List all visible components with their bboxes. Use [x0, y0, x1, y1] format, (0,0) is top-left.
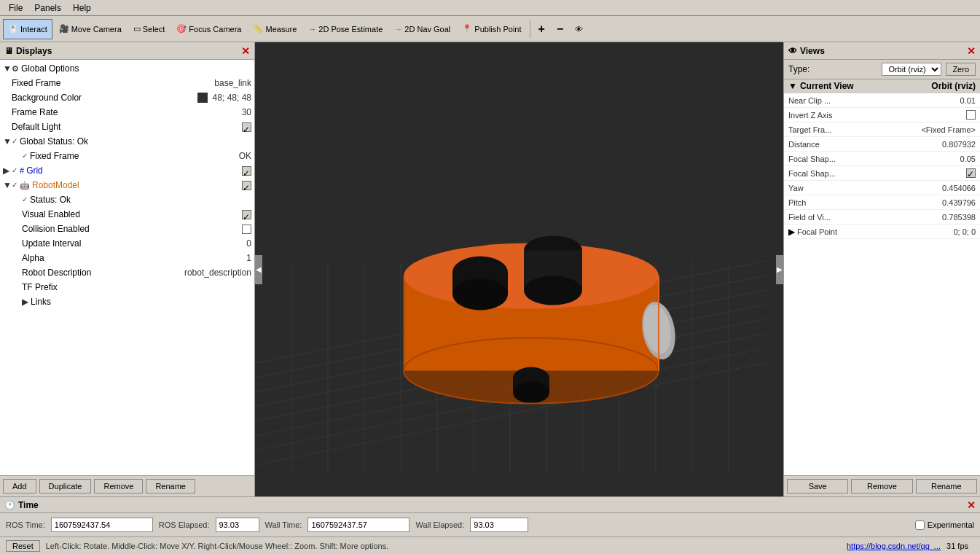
frame-rate-row[interactable]: Frame Rate 30 [1, 105, 253, 120]
pose-estimate-button[interactable]: → 2D Pose Estimate [303, 19, 388, 39]
views-rename-button[interactable]: Rename [916, 479, 977, 493]
publish-point-button[interactable]: 📍 Publish Point [457, 19, 526, 39]
pitch-row[interactable]: Pitch 0.439796 [784, 195, 980, 210]
global-options-row[interactable]: ▼ ⚙ Global Options [1, 61, 253, 76]
focal-point-row[interactable]: ▶ Focal Point 0; 0; 0 [784, 225, 980, 239]
yaw-row[interactable]: Yaw 0.454066 [784, 181, 980, 195]
ros-time-input[interactable] [51, 518, 153, 532]
update-interval-row[interactable]: Update Interval 0 [1, 236, 253, 251]
bg-color-row[interactable]: Background Color 48; 48; 48 [1, 90, 253, 105]
robot-description-row[interactable]: Robot Description robot_description [1, 265, 253, 280]
robot-model-visible-checkbox[interactable]: ✓ [242, 181, 251, 190]
grid-expand[interactable]: ▶ [3, 164, 12, 177]
displays-tree-view[interactable]: ▼ ⚙ Global Options Fixed Frame base_link… [0, 60, 254, 475]
fixed-frame-row[interactable]: Fixed Frame base_link [1, 76, 253, 90]
wall-time-input[interactable] [307, 518, 409, 532]
visual-enabled-row[interactable]: Visual Enabled ✓ [1, 207, 253, 222]
displays-panel-buttons: Add Duplicate Remove Rename [0, 475, 254, 496]
right-collapse-handle[interactable]: ▶ [776, 255, 783, 284]
grid-label: Grid [26, 164, 242, 177]
experimental-checkbox[interactable] [915, 520, 925, 530]
nav-goal-icon: → [394, 25, 402, 34]
global-status-expand[interactable]: ▼ [3, 135, 12, 148]
alpha-row[interactable]: Alpha 1 [1, 251, 253, 265]
focal-shape1-row[interactable]: Focal Shap... 0.05 [784, 152, 980, 166]
left-collapse-handle[interactable]: ◀ [255, 255, 262, 284]
grid-icon: # [20, 164, 24, 177]
grid-row[interactable]: ▶ ✓ # Grid ✓ [1, 163, 253, 178]
fixed-frame-label: Fixed Frame [12, 77, 211, 90]
views-remove-button[interactable]: Remove [851, 479, 912, 493]
default-light-row[interactable]: Default Light ✓ [1, 120, 253, 134]
collision-enabled-row[interactable]: Collision Enabled [1, 222, 253, 236]
focal-point-expand[interactable]: ▶ [788, 227, 797, 237]
main-content: 🖥 Displays ✕ ▼ ⚙ Global Options Fixed Fr… [0, 42, 980, 496]
current-view-header[interactable]: ▼ Current View Orbit (rviz) [784, 79, 980, 93]
measure-button[interactable]: 📏 Measure [248, 19, 302, 39]
rename-button[interactable]: Rename [146, 479, 195, 493]
eye-button[interactable]: 👁 [570, 19, 588, 39]
robot-model-check[interactable]: ✓ [12, 179, 17, 192]
yaw-value: 0.454066 [942, 184, 976, 192]
robot-status-row[interactable]: ✓ Status: Ok [1, 192, 253, 207]
invert-z-row[interactable]: Invert Z Axis [784, 108, 980, 122]
links-row[interactable]: ▶ Links [1, 294, 253, 309]
links-expand[interactable]: ▶ [22, 295, 31, 308]
grid-check[interactable]: ✓ [12, 164, 17, 177]
views-type-select[interactable]: Orbit (rviz) [882, 63, 941, 76]
global-options-expand[interactable]: ▼ [3, 62, 12, 75]
status-url[interactable]: https://blog.csdn.net/qq_... [847, 542, 941, 550]
ros-elapsed-label: ROS Elapsed: [159, 520, 210, 529]
add-button[interactable]: Add [3, 479, 36, 493]
views-panel-close[interactable]: ✕ [967, 45, 976, 57]
current-view-expand[interactable]: ▼ [788, 81, 797, 91]
default-light-checkbox[interactable]: ✓ [242, 122, 251, 132]
global-options-icon: ⚙ [12, 62, 19, 75]
move-camera-button[interactable]: 🎥 Move Camera [54, 19, 127, 39]
time-panel-close[interactable]: ✕ [967, 499, 976, 511]
robot-model-row[interactable]: ▼ ✓ 🤖 RobotModel ✓ [1, 178, 253, 192]
target-frame-row[interactable]: Target Fra... <Fixed Frame> [784, 122, 980, 137]
global-status-ff-row[interactable]: ✓ Fixed Frame OK [1, 149, 253, 163]
duplicate-button[interactable]: Duplicate [39, 479, 92, 493]
visual-enabled-checkbox[interactable]: ✓ [242, 210, 251, 219]
visual-enabled-label: Visual Enabled [22, 208, 242, 221]
select-button[interactable]: ▭ Select [128, 19, 170, 39]
3d-scene[interactable]: ◀ ▶ [255, 42, 783, 496]
menu-panels[interactable]: Panels [28, 1, 67, 15]
robot-model-3d [385, 115, 721, 424]
collision-enabled-checkbox[interactable] [242, 225, 251, 234]
focus-camera-button[interactable]: 🎯 Focus Camera [171, 19, 246, 39]
robot-model-expand[interactable]: ▼ [3, 179, 12, 192]
displays-panel-close[interactable]: ✕ [241, 45, 250, 57]
wall-elapsed-input[interactable] [470, 518, 528, 532]
ros-time-label: ROS Time: [6, 520, 45, 529]
tf-prefix-row[interactable]: TF Prefix [1, 280, 253, 294]
current-view-label: Current View [800, 81, 854, 91]
nav-goal-button[interactable]: → 2D Nav Goal [389, 19, 455, 39]
global-status-row[interactable]: ▼ ✓ Global Status: Ok [1, 134, 253, 149]
near-clip-row[interactable]: Near Clip ... 0.01 [784, 93, 980, 108]
reset-button[interactable]: Reset [6, 540, 40, 552]
plus-button[interactable]: + [533, 19, 550, 39]
grid-visible-checkbox[interactable]: ✓ [242, 166, 251, 176]
pitch-label: Pitch [788, 198, 942, 207]
focal-shape2-checkbox[interactable]: ✓ [966, 168, 976, 178]
views-save-button[interactable]: Save [787, 479, 848, 493]
minus-button[interactable]: − [552, 19, 568, 39]
menu-file[interactable]: File [3, 1, 28, 15]
invert-z-checkbox[interactable] [966, 110, 976, 120]
menu-help[interactable]: Help [67, 1, 97, 15]
ros-elapsed-input[interactable] [216, 518, 259, 532]
viewport[interactable]: ◀ ▶ [255, 42, 783, 496]
tf-prefix-label: TF Prefix [22, 281, 248, 294]
remove-button[interactable]: Remove [94, 479, 143, 493]
focal-shape2-row[interactable]: Focal Shap... ✓ [784, 166, 980, 181]
eye-icon: 👁 [575, 25, 583, 34]
field-of-view-row[interactable]: Field of Vi... 0.785398 [784, 210, 980, 225]
views-zero-button[interactable]: Zero [946, 63, 976, 76]
links-label: Links [31, 295, 251, 308]
near-clip-label: Near Clip ... [788, 96, 960, 105]
interact-button[interactable]: 🖱️ Interact [3, 19, 52, 39]
distance-row[interactable]: Distance 0.807932 [784, 137, 980, 152]
